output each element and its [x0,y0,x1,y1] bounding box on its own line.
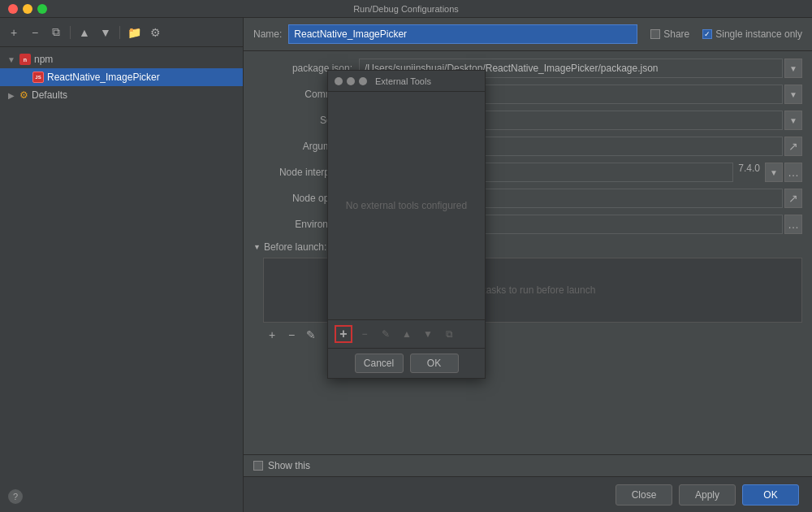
help-area: ? [8,489,23,504]
bottom-bar: Close Apply OK [244,476,812,512]
defaults-icon: ⚙ [19,89,28,101]
js-icon: JS [32,72,44,83]
defaults-arrow: ▶ [6,91,16,100]
ext-tools-title: External Tools [375,76,431,86]
show-this-checkbox[interactable] [253,461,263,471]
launch-empty-text: no tasks to run before launch [470,284,596,296]
defaults-label: Defaults [32,89,67,101]
filter-button[interactable]: ⚙ [146,24,164,41]
ext-up-button[interactable]: ▲ [398,325,416,343]
environment-action[interactable]: … [784,215,802,234]
ext-tools-title-bar: External Tools [328,71,485,92]
node-version-dropdown[interactable]: ▼ [765,163,783,182]
node-version: 7.4.0 [738,163,760,182]
show-this-label: Show this [268,460,310,471]
title-bar: Run/Debug Configurations [0,0,812,18]
copy-config-button[interactable]: ⧉ [47,24,65,41]
ext-edit-button[interactable]: ✎ [377,325,395,343]
scripts-dropdown[interactable]: ▼ [784,111,802,130]
remove-config-button[interactable]: − [26,24,44,41]
help-icon[interactable]: ? [8,489,23,504]
add-config-button[interactable]: + [5,24,23,41]
sidebar: + − ⧉ ▲ ▼ 📁 ⚙ ▼ n npm JS ReactNative_Ima… [0,18,244,512]
toolbar-separator-2 [119,26,120,39]
folder-button[interactable]: 📁 [125,24,143,41]
close-traffic-light[interactable] [8,4,18,14]
ext-tools-traffic-lights [335,77,367,85]
share-label: Share [663,28,689,40]
config-label: ReactNative_ImagePicker [47,72,160,83]
ok-button[interactable]: OK [742,484,799,505]
tree-item-npm[interactable]: ▼ n npm [0,50,243,68]
ext-close-light [335,77,343,85]
node-action[interactable]: … [784,163,802,182]
ext-max-light [359,77,367,85]
name-input[interactable] [288,24,637,44]
ext-tools-popup: External Tools No external tools configu… [327,70,486,379]
share-option: Share [650,28,689,40]
ext-tools-body: No external tools configured [328,92,485,319]
move-down-button[interactable]: ▼ [97,24,114,41]
ext-tools-bottom-bar: + − ✎ ▲ ▼ ⧉ [328,319,485,348]
apply-button[interactable]: Apply [679,484,736,505]
before-launch-label: Before launch: [264,241,326,253]
ext-copy-button[interactable]: ⧉ [440,325,458,343]
npm-arrow: ▼ [6,55,16,64]
launch-add-btn[interactable]: + [263,326,281,344]
ext-tools-empty-text: No external tools configured [346,200,467,211]
ext-cancel-button[interactable]: Cancel [355,354,404,373]
move-up-button[interactable]: ▲ [76,24,93,41]
ext-down-button[interactable]: ▼ [419,325,437,343]
package-json-dropdown[interactable]: ▼ [784,59,802,78]
share-checkbox[interactable] [650,29,660,39]
ext-remove-button[interactable]: − [356,325,374,343]
before-launch-arrow[interactable]: ▼ [253,243,261,251]
name-row: Name: [253,24,637,44]
node-options-action[interactable]: ↗ [784,189,802,208]
window-title: Run/Debug Configurations [353,4,459,14]
arguments-action[interactable]: ↗ [784,137,802,156]
ext-ok-button[interactable]: OK [410,354,459,373]
single-instance-label: Single instance only [715,28,802,40]
header-options: Name: Share ✓ Single instance only [244,18,812,51]
command-dropdown[interactable]: ▼ [784,85,802,104]
minimize-traffic-light[interactable] [23,4,32,14]
single-instance-checkbox[interactable]: ✓ [702,29,712,39]
single-instance-option: ✓ Single instance only [702,28,802,40]
tree-item-config[interactable]: JS ReactNative_ImagePicker [0,68,243,86]
sidebar-toolbar: + − ⧉ ▲ ▼ 📁 ⚙ [0,18,243,47]
ext-tools-actions: Cancel OK [328,348,485,378]
ext-min-light [347,77,355,85]
launch-edit-btn[interactable]: ✎ [302,326,320,344]
toolbar-separator [70,26,71,39]
npm-label: npm [34,54,53,65]
npm-icon: n [19,54,31,65]
show-this-row: Show this [244,454,812,476]
sidebar-tree: ▼ n npm JS ReactNative_ImagePicker ▶ ⚙ D… [0,47,243,512]
ext-add-button[interactable]: + [335,325,352,343]
name-label: Name: [253,28,282,40]
launch-remove-btn[interactable]: − [283,326,300,344]
traffic-lights [8,4,47,14]
close-button[interactable]: Close [615,484,672,505]
tree-item-defaults[interactable]: ▶ ⚙ Defaults [0,86,243,104]
maximize-traffic-light[interactable] [37,4,47,14]
